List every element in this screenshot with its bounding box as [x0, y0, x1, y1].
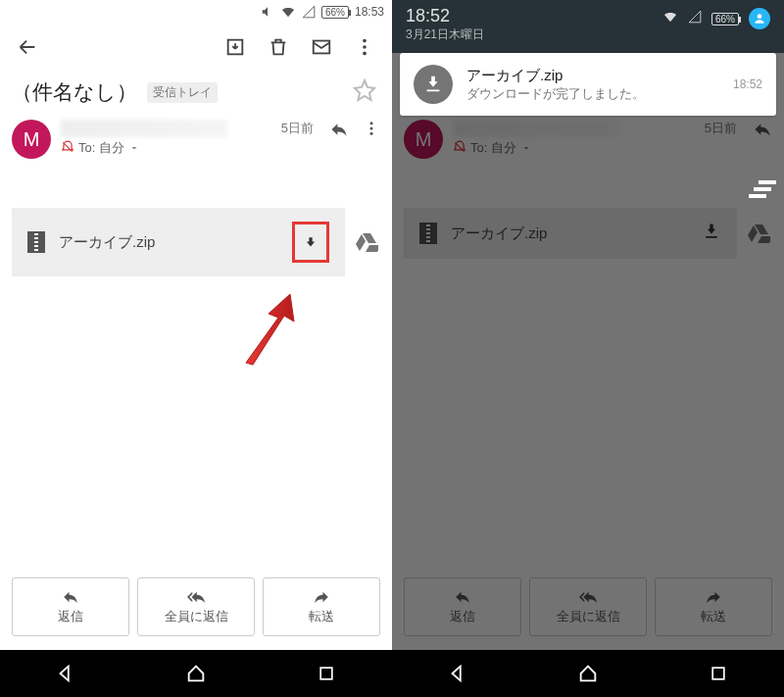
svg-point-6	[370, 127, 373, 130]
star-icon[interactable]	[353, 78, 376, 106]
reply-label: 返信	[58, 608, 83, 625]
screenshot-right: （件名なし） 受信トレイ M To: 自分 5日前 アーカイブ.zip 返信 全…	[392, 0, 784, 697]
sender-name-redacted	[61, 120, 227, 137]
battery-indicator: 66%	[711, 13, 739, 25]
np-date: 3月21日木曜日	[406, 26, 484, 43]
overflow-icon[interactable]	[349, 31, 380, 63]
notification-panel-header: 18:52 3月21日木曜日 66%	[392, 0, 784, 53]
drive-icon[interactable]	[353, 228, 380, 256]
attachment-row: アーカイブ.zip	[12, 208, 380, 276]
screenshot-left: 66% 18:53 （件名なし） 受信トレイ M	[0, 0, 392, 697]
attachment-filename: アーカイブ.zip	[59, 233, 278, 252]
back-icon[interactable]	[12, 31, 43, 63]
subject-row: （件名なし） 受信トレイ	[0, 71, 392, 114]
navigation-bar	[0, 650, 392, 697]
reply-overflow-icon[interactable]	[363, 120, 380, 141]
nav-back-icon[interactable]	[446, 662, 469, 685]
nav-home-icon[interactable]	[184, 662, 208, 685]
to-line[interactable]: To: 自分	[61, 139, 271, 157]
download-highlight	[292, 222, 329, 263]
notification-subtitle: ダウンロードが完了しました。	[466, 85, 719, 103]
zip-file-icon	[27, 231, 45, 253]
svg-point-5	[370, 122, 373, 124]
signal-icon	[688, 10, 702, 27]
download-complete-icon	[414, 65, 453, 104]
quick-settings-handle-icon[interactable]	[749, 180, 776, 204]
email-date: 5日前	[281, 120, 314, 137]
signal-icon	[302, 5, 316, 19]
delete-icon[interactable]	[263, 31, 294, 63]
speaker-icon	[261, 5, 274, 19]
status-bar: 66% 18:53	[0, 0, 392, 24]
np-time: 18:52	[406, 6, 484, 26]
battery-indicator: 66%	[321, 6, 349, 19]
reply-button[interactable]: 返信	[12, 577, 129, 636]
wifi-icon[interactable]	[662, 9, 678, 28]
svg-rect-16	[754, 187, 771, 191]
svg-rect-8	[320, 668, 332, 679]
svg-point-7	[370, 132, 373, 135]
attachment-chip[interactable]: アーカイブ.zip	[12, 208, 345, 276]
sender-avatar[interactable]: M	[12, 120, 51, 159]
navigation-bar	[392, 650, 784, 697]
download-notification[interactable]: アーカイブ.zip ダウンロードが完了しました。 18:52	[400, 53, 776, 116]
sender-row: M To: 自分 5日前	[0, 114, 392, 165]
unread-icon[interactable]	[306, 31, 337, 63]
gmail-toolbar	[0, 24, 392, 71]
svg-rect-17	[749, 194, 766, 198]
notification-time: 18:52	[733, 77, 762, 91]
subject-text: （件名なし）	[12, 78, 137, 106]
annotation-arrow	[231, 294, 310, 373]
inbox-chip[interactable]: 受信トレイ	[147, 82, 218, 103]
chevron-down-icon	[128, 142, 140, 154]
svg-point-14	[758, 14, 762, 19]
reply-all-button[interactable]: 全員に返信	[137, 577, 255, 636]
notification-title: アーカイブ.zip	[466, 67, 719, 85]
nav-home-icon[interactable]	[576, 662, 600, 685]
reply-all-label: 全員に返信	[165, 608, 228, 625]
clock-text: 18:53	[355, 5, 384, 19]
svg-point-3	[363, 45, 367, 49]
nav-recent-icon[interactable]	[315, 662, 338, 685]
download-icon[interactable]	[301, 230, 320, 254]
forward-label: 転送	[309, 608, 334, 625]
reply-icon[interactable]	[329, 120, 349, 143]
wifi-icon	[280, 4, 296, 20]
forward-button[interactable]: 転送	[263, 577, 380, 636]
nav-back-icon[interactable]	[54, 662, 77, 685]
svg-point-4	[363, 52, 367, 56]
svg-rect-15	[759, 180, 776, 184]
svg-rect-18	[712, 668, 724, 679]
mute-icon	[61, 140, 74, 157]
action-row: 返信 全員に返信 転送	[0, 577, 392, 636]
svg-point-2	[363, 39, 367, 43]
archive-icon[interactable]	[220, 31, 251, 63]
to-label: To: 自分	[78, 139, 124, 157]
profile-icon[interactable]	[749, 8, 770, 29]
nav-recent-icon[interactable]	[707, 662, 730, 685]
